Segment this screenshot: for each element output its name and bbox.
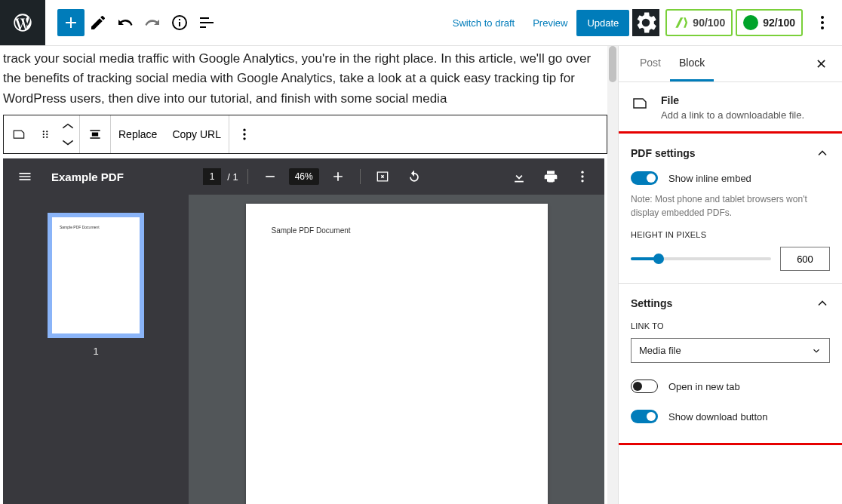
print-icon <box>543 169 558 184</box>
chevron-up-icon <box>815 146 830 161</box>
height-slider[interactable] <box>631 257 771 260</box>
show-download-toggle[interactable] <box>631 410 658 423</box>
zoom-in-button[interactable] <box>325 164 351 189</box>
slider-thumb[interactable] <box>653 254 664 264</box>
pdf-settings-title: PDF settings <box>631 147 696 159</box>
link-to-select[interactable]: Media file <box>631 338 830 363</box>
svg-point-8 <box>46 137 48 138</box>
wordpress-icon <box>12 12 33 33</box>
pdf-menu-button[interactable] <box>12 164 38 189</box>
file-icon <box>11 127 26 142</box>
pdf-more-button[interactable] <box>570 164 595 189</box>
copy-url-button[interactable]: Copy URL <box>164 115 229 153</box>
redo-icon <box>143 14 161 32</box>
paragraph-block[interactable]: track your social media traffic with Goo… <box>0 46 607 109</box>
settings-header[interactable]: Settings <box>631 296 830 311</box>
inline-note: Note: Most phone and tablet browsers won… <box>631 192 830 220</box>
readability-score: 90/100 <box>693 17 725 29</box>
undo-button[interactable] <box>112 9 139 36</box>
top-options-button[interactable] <box>809 9 836 36</box>
info-button[interactable] <box>166 9 193 36</box>
show-inline-toggle[interactable] <box>631 171 658 185</box>
pdf-title: Example PDF <box>51 171 124 183</box>
minus-icon <box>263 169 278 184</box>
show-inline-label: Show inline embed <box>668 173 751 184</box>
open-new-tab-toggle[interactable] <box>631 380 658 393</box>
fit-page-button[interactable] <box>370 164 395 189</box>
pdf-page-title: Sample PDF Document <box>246 204 548 235</box>
tab-post[interactable]: Post <box>631 46 670 81</box>
move-buttons[interactable] <box>57 115 79 153</box>
close-sidebar-button[interactable]: ✕ <box>813 53 830 75</box>
readability-icon <box>673 15 688 30</box>
svg-point-1 <box>821 21 824 24</box>
highlight-box: PDF settings Show inline embed Note: Mos… <box>618 131 842 445</box>
update-button[interactable]: Update <box>576 10 629 36</box>
block-more-button[interactable] <box>229 115 260 153</box>
thumb-title: Sample PDF Document <box>60 225 100 229</box>
block-title: File <box>661 94 804 106</box>
seo-badge[interactable]: 92/100 <box>736 9 803 36</box>
pencil-icon <box>89 14 107 32</box>
readability-badge[interactable]: 90/100 <box>665 9 733 36</box>
svg-point-7 <box>43 137 45 138</box>
editor-canvas: track your social media traffic with Goo… <box>0 46 618 504</box>
seo-score: 92/100 <box>763 17 795 29</box>
drag-handle[interactable] <box>34 115 57 153</box>
divider <box>247 169 248 184</box>
gear-icon <box>632 9 659 36</box>
pdf-page-viewport[interactable]: Sample PDF Document <box>189 195 604 504</box>
svg-point-6 <box>46 134 48 135</box>
svg-point-5 <box>43 134 45 135</box>
pdf-thumbnail-number: 1 <box>93 346 98 357</box>
zoom-out-button[interactable] <box>257 164 283 189</box>
redo-button[interactable] <box>139 9 166 36</box>
more-vertical-icon <box>575 169 590 184</box>
replace-button[interactable]: Replace <box>111 115 164 153</box>
svg-point-9 <box>243 129 245 131</box>
print-button[interactable] <box>538 164 564 189</box>
settings-gear-button[interactable] <box>632 9 659 36</box>
chevron-down-icon <box>811 346 822 356</box>
height-input[interactable] <box>780 247 830 271</box>
pdf-settings-header[interactable]: PDF settings <box>631 146 830 161</box>
pdf-page-input[interactable] <box>203 168 221 185</box>
svg-point-4 <box>46 131 48 132</box>
add-block-button[interactable] <box>57 9 85 36</box>
more-vertical-icon <box>237 127 252 142</box>
svg-point-2 <box>821 26 824 29</box>
outline-button[interactable] <box>193 9 220 36</box>
editor-scrollbar-track[interactable] <box>607 46 618 504</box>
svg-point-0 <box>821 16 824 19</box>
link-to-value: Media file <box>639 345 681 356</box>
preview-button[interactable]: Preview <box>524 11 576 35</box>
chevron-up-icon <box>815 296 830 311</box>
tools-button[interactable] <box>85 9 112 36</box>
block-type-button[interactable] <box>4 115 34 153</box>
fit-icon <box>375 169 390 184</box>
svg-point-13 <box>581 175 583 177</box>
chevron-down-icon <box>60 134 75 149</box>
wordpress-logo[interactable] <box>0 0 45 45</box>
block-description: Add a link to a downloadable file. <box>661 109 804 121</box>
rotate-icon <box>407 169 422 184</box>
pdf-page-total: / 1 <box>227 171 238 183</box>
block-toolbar: Replace Copy URL <box>3 115 607 154</box>
block-header: File Add a link to a downloadable file. <box>619 82 842 134</box>
svg-point-3 <box>43 131 45 132</box>
file-icon <box>631 94 649 112</box>
download-pdf-button[interactable] <box>506 164 532 189</box>
download-icon <box>512 169 527 184</box>
switch-to-draft-button[interactable]: Switch to draft <box>444 11 524 35</box>
pdf-settings-panel: PDF settings Show inline embed Note: Mos… <box>619 134 842 284</box>
align-button[interactable] <box>80 115 110 153</box>
top-toolbar: Switch to draft Preview Update 90/100 92… <box>0 0 842 46</box>
svg-point-10 <box>243 133 245 135</box>
editor-scrollbar-thumb[interactable] <box>609 46 616 82</box>
pdf-thumbnail[interactable]: Sample PDF Document <box>48 213 144 338</box>
plus-icon <box>330 169 346 184</box>
tab-block[interactable]: Block <box>670 46 714 81</box>
drag-icon <box>38 127 52 142</box>
rotate-button[interactable] <box>401 164 427 189</box>
zoom-level[interactable]: 46% <box>289 168 319 185</box>
